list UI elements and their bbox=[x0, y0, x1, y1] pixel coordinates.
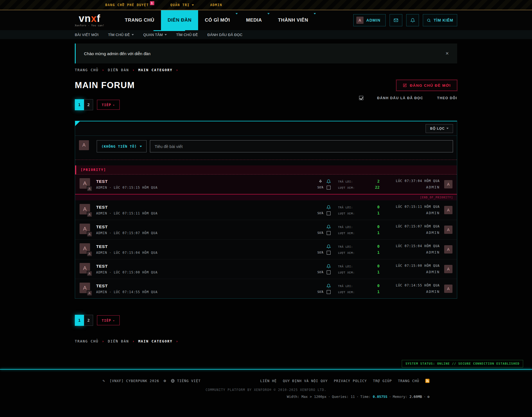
nav-thanh-vien[interactable]: THÀNH VIÊN bbox=[271, 10, 318, 30]
page-1-button[interactable]: 1 bbox=[75, 315, 84, 326]
last-poster-avatar[interactable]: A bbox=[444, 285, 452, 293]
last-poster-avatar[interactable]: A bbox=[444, 180, 452, 188]
watch-bell-icon[interactable] bbox=[326, 284, 331, 288]
footer-trang-chu[interactable]: TRANG CHỦ bbox=[398, 379, 419, 383]
thread-row[interactable]: A A TEST ADMIN · LÚC 07:14:55 HÔM QUA SỬ… bbox=[75, 279, 457, 298]
close-icon[interactable]: ✕ bbox=[445, 51, 449, 56]
admin-cp-link[interactable]: QUẢN TRỊ bbox=[170, 3, 194, 7]
site-logo[interactable]: vnxf Xenforo - You can! bbox=[75, 14, 104, 27]
language-chooser-link[interactable]: TIẾNG VIỆT bbox=[171, 379, 201, 383]
watch-bell-icon[interactable] bbox=[326, 244, 331, 249]
breadcrumb-dien-dan[interactable]: DIỄN ĐÀN bbox=[108, 339, 129, 343]
gear-icon[interactable]: ⚙ bbox=[163, 378, 166, 383]
page-2-button[interactable]: 2 bbox=[84, 315, 93, 326]
debug-queries[interactable]: Queries: 11 bbox=[332, 395, 355, 399]
alerts-button[interactable] bbox=[406, 14, 419, 26]
breadcrumb-trang-chu[interactable]: TRANG CHỦ bbox=[75, 68, 99, 72]
page-2-button[interactable]: 2 bbox=[84, 99, 93, 110]
last-post-author[interactable]: ADMIN bbox=[426, 250, 440, 254]
last-post-time[interactable]: LÚC 07:15:00 HÔM QUA bbox=[391, 264, 440, 268]
edit-thread-button[interactable]: SỬA bbox=[317, 186, 324, 189]
thread-select-checkbox[interactable] bbox=[327, 290, 331, 294]
subnav-quan-tam[interactable]: QUAN TÂM bbox=[143, 33, 167, 37]
inbox-button[interactable] bbox=[390, 14, 402, 26]
account-button[interactable]: A ADMIN bbox=[353, 14, 386, 26]
avatar[interactable]: A A bbox=[80, 178, 92, 190]
thread-title-link[interactable]: TEST bbox=[96, 264, 317, 269]
thread-select-checkbox[interactable] bbox=[327, 211, 331, 215]
thread-row[interactable]: A A TEST ADMIN · LÚC 07:15:00 HÔM QUA SỬ… bbox=[75, 259, 457, 279]
thread-select-checkbox[interactable] bbox=[327, 231, 331, 235]
filter-button[interactable]: BỘ LỌC bbox=[426, 124, 453, 133]
subnav-bai-viet-moi[interactable]: BÀI VIẾT MỚI bbox=[75, 33, 99, 37]
watch-bell-icon[interactable] bbox=[326, 205, 331, 209]
debug-width[interactable]: Width: Max > 1200px bbox=[287, 395, 326, 399]
last-post-author[interactable]: ADMIN bbox=[426, 211, 440, 215]
last-poster-avatar[interactable]: A bbox=[444, 245, 452, 254]
rss-icon[interactable] bbox=[425, 379, 429, 383]
thread-row[interactable]: A A TEST ADMIN · LÚC 07:15:04 HÔM QUA SỬ… bbox=[75, 240, 457, 259]
last-post-time[interactable]: LÚC 07:14:55 HÔM QUA bbox=[391, 283, 440, 287]
last-post-author[interactable]: ADMIN bbox=[426, 270, 440, 274]
last-post-time[interactable]: LÚC 07:15:04 HÔM QUA bbox=[391, 244, 440, 248]
edit-thread-button[interactable]: SỬA bbox=[317, 211, 324, 215]
breadcrumb-main-category[interactable]: MAIN CATEGORY bbox=[138, 339, 173, 343]
avatar[interactable]: A A bbox=[80, 283, 92, 295]
last-post-author[interactable]: ADMIN bbox=[426, 231, 440, 235]
last-post-author[interactable]: ADMIN bbox=[426, 185, 440, 189]
nav-trang-chu[interactable]: TRANG CHỦ bbox=[118, 10, 161, 30]
footer-privacy-policy[interactable]: PRIVACY POLICY bbox=[334, 379, 367, 383]
subnav-danh-dau-da-doc[interactable]: ĐÁNH DẤU ĐÃ ĐỌC bbox=[208, 33, 243, 37]
thread-title-link[interactable]: TEST bbox=[96, 205, 317, 210]
avatar[interactable]: A A bbox=[80, 243, 92, 255]
search-button[interactable]: TÌM KIẾM bbox=[423, 14, 457, 26]
avatar[interactable]: A A bbox=[80, 224, 92, 236]
last-post-time[interactable]: LÚC 07:15:07 HÔM QUA bbox=[391, 224, 440, 228]
subnav-tim-chu-de[interactable]: TÌM CHỦ ĐỀ bbox=[108, 33, 134, 37]
last-poster-avatar[interactable]: A bbox=[444, 206, 452, 214]
thread-title-link[interactable]: TEST bbox=[96, 179, 317, 184]
thread-row[interactable]: A A TEST ADMIN · LÚC 07:15:07 HÔM QUA SỬ… bbox=[75, 220, 457, 240]
breadcrumb-main-category[interactable]: MAIN CATEGORY bbox=[138, 68, 173, 72]
edit-thread-button[interactable]: SỬA bbox=[317, 251, 324, 254]
edit-thread-button[interactable]: SỬA bbox=[317, 231, 324, 235]
watch-bell-icon[interactable] bbox=[326, 225, 331, 229]
footer-quy-dinh[interactable]: QUY ĐỊNH VÀ NỘI QUY bbox=[283, 379, 328, 383]
next-page-button[interactable]: TIẾP ▸ bbox=[97, 315, 120, 325]
avatar[interactable]: A A bbox=[80, 204, 92, 216]
page-1-button[interactable]: 1 bbox=[75, 99, 84, 110]
last-post-time[interactable]: LÚC 07:15:11 HÔM QUA bbox=[391, 205, 440, 209]
gear-icon[interactable]: ⚙ bbox=[427, 395, 429, 399]
subnav-tim-chu-de-2[interactable]: TÌM CHỦ ĐỀ bbox=[176, 33, 198, 37]
thread-row-priority[interactable]: A A TEST ADMIN · LÚC 07:15:15 HÔM QUA SỬ… bbox=[75, 175, 457, 194]
select-all-checkbox[interactable] bbox=[359, 96, 363, 100]
thread-select-checkbox[interactable] bbox=[327, 251, 331, 255]
next-page-button[interactable]: TIẾP ▸ bbox=[97, 100, 120, 110]
edit-thread-button[interactable]: SỬA bbox=[317, 270, 324, 274]
last-post-author[interactable]: ADMIN bbox=[426, 290, 440, 294]
edit-thread-button[interactable]: SỬA bbox=[317, 290, 324, 294]
breadcrumb-trang-chu[interactable]: TRANG CHỦ bbox=[75, 339, 99, 343]
nav-co-gi-moi[interactable]: CÓ GÌ MỚI bbox=[198, 10, 239, 30]
follow-button[interactable]: THEO DÕI bbox=[437, 96, 457, 100]
thread-row[interactable]: A A TEST ADMIN · LÚC 07:15:11 HÔM QUA SỬ… bbox=[75, 200, 457, 220]
nav-dien-dan[interactable]: DIỄN ĐÀN bbox=[161, 10, 198, 30]
thread-title-link[interactable]: TEST bbox=[96, 283, 317, 288]
last-poster-avatar[interactable]: A bbox=[444, 226, 452, 234]
breadcrumb-dien-dan[interactable]: DIỄN ĐÀN bbox=[108, 68, 129, 72]
thread-select-checkbox[interactable] bbox=[327, 270, 331, 274]
thread-title-link[interactable]: TEST bbox=[96, 244, 317, 249]
nav-media[interactable]: MEDIA bbox=[239, 10, 271, 30]
watch-bell-icon[interactable] bbox=[326, 264, 331, 268]
footer-lien-he[interactable]: LIÊN HỆ bbox=[260, 379, 277, 383]
pending-approval-link[interactable]: ĐANG CHỜ PHÊ DUYỆT 1 bbox=[105, 3, 154, 7]
prefix-select[interactable]: (KHÔNG TIỀN TỐ) bbox=[97, 140, 147, 152]
avatar[interactable]: A A bbox=[80, 263, 92, 275]
thread-select-checkbox[interactable] bbox=[327, 186, 331, 190]
style-chooser-link[interactable]: [VNXF] CYBERPUNK 2026 bbox=[109, 379, 159, 383]
last-poster-avatar[interactable]: A bbox=[444, 265, 452, 273]
last-post-time[interactable]: LÚC 07:37:04 HÔM QUA bbox=[391, 179, 440, 183]
new-thread-button[interactable]: ĐĂNG CHỦ ĐỀ MỚI bbox=[396, 80, 457, 91]
topbar-username-link[interactable]: ADMIN bbox=[210, 3, 222, 7]
watch-bell-icon[interactable] bbox=[326, 179, 331, 184]
